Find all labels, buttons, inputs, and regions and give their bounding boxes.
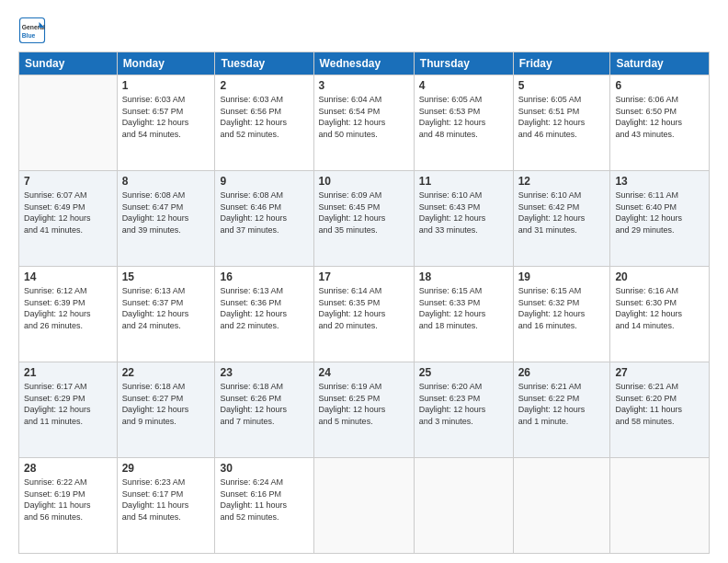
col-friday: Friday — [513, 52, 610, 75]
day-info: Sunrise: 6:12 AM Sunset: 6:39 PM Dayligh… — [24, 285, 112, 331]
day-info: Sunrise: 6:09 AM Sunset: 6:45 PM Dayligh… — [319, 190, 409, 236]
calendar-cell: 20Sunrise: 6:16 AM Sunset: 6:30 PM Dayli… — [610, 267, 710, 362]
calendar-cell: 1Sunrise: 6:03 AM Sunset: 6:57 PM Daylig… — [117, 75, 215, 171]
calendar: Sunday Monday Tuesday Wednesday Thursday… — [18, 52, 710, 554]
day-info: Sunrise: 6:19 AM Sunset: 6:25 PM Dayligh… — [319, 381, 409, 427]
col-monday: Monday — [117, 52, 215, 75]
day-info: Sunrise: 6:14 AM Sunset: 6:35 PM Dayligh… — [319, 285, 409, 331]
calendar-cell: 29Sunrise: 6:23 AM Sunset: 6:17 PM Dayli… — [117, 458, 215, 554]
day-info: Sunrise: 6:24 AM Sunset: 6:16 PM Dayligh… — [220, 477, 308, 523]
day-number: 28 — [24, 462, 112, 475]
day-number: 12 — [518, 175, 606, 188]
day-number: 6 — [615, 79, 704, 92]
day-number: 20 — [615, 270, 704, 283]
day-number: 2 — [220, 79, 308, 92]
day-info: Sunrise: 6:18 AM Sunset: 6:27 PM Dayligh… — [122, 381, 210, 427]
day-info: Sunrise: 6:11 AM Sunset: 6:40 PM Dayligh… — [615, 190, 704, 236]
col-wednesday: Wednesday — [313, 52, 414, 75]
calendar-cell: 3Sunrise: 6:04 AM Sunset: 6:54 PM Daylig… — [313, 75, 414, 171]
col-thursday: Thursday — [414, 52, 513, 75]
calendar-cell: 19Sunrise: 6:15 AM Sunset: 6:32 PM Dayli… — [513, 267, 610, 362]
day-number: 11 — [419, 175, 508, 188]
page: General Blue Sunday Monday Tuesday Wedne… — [0, 0, 728, 563]
day-info: Sunrise: 6:05 AM Sunset: 6:53 PM Dayligh… — [419, 94, 508, 140]
day-number: 30 — [220, 462, 308, 475]
day-number: 25 — [419, 366, 508, 379]
calendar-week-row: 14Sunrise: 6:12 AM Sunset: 6:39 PM Dayli… — [19, 267, 710, 362]
day-info: Sunrise: 6:03 AM Sunset: 6:57 PM Dayligh… — [122, 94, 210, 140]
header: General Blue — [18, 17, 710, 44]
calendar-cell: 21Sunrise: 6:17 AM Sunset: 6:29 PM Dayli… — [19, 362, 118, 458]
calendar-cell: 9Sunrise: 6:08 AM Sunset: 6:46 PM Daylig… — [215, 171, 313, 267]
day-number: 8 — [122, 175, 210, 188]
calendar-cell: 2Sunrise: 6:03 AM Sunset: 6:56 PM Daylig… — [215, 75, 313, 171]
svg-text:Blue: Blue — [22, 32, 36, 39]
calendar-cell: 12Sunrise: 6:10 AM Sunset: 6:42 PM Dayli… — [513, 171, 610, 267]
day-info: Sunrise: 6:07 AM Sunset: 6:49 PM Dayligh… — [24, 190, 112, 236]
day-number: 24 — [319, 366, 409, 379]
calendar-cell — [313, 458, 414, 554]
calendar-cell: 7Sunrise: 6:07 AM Sunset: 6:49 PM Daylig… — [19, 171, 118, 267]
day-info: Sunrise: 6:04 AM Sunset: 6:54 PM Dayligh… — [319, 94, 409, 140]
day-info: Sunrise: 6:17 AM Sunset: 6:29 PM Dayligh… — [24, 381, 112, 427]
day-number: 26 — [518, 366, 606, 379]
calendar-cell: 25Sunrise: 6:20 AM Sunset: 6:23 PM Dayli… — [414, 362, 513, 458]
day-info: Sunrise: 6:10 AM Sunset: 6:43 PM Dayligh… — [419, 190, 508, 236]
day-number: 1 — [122, 79, 210, 92]
col-saturday: Saturday — [610, 52, 710, 75]
calendar-cell: 11Sunrise: 6:10 AM Sunset: 6:43 PM Dayli… — [414, 171, 513, 267]
day-number: 22 — [122, 366, 210, 379]
day-number: 17 — [319, 270, 409, 283]
day-info: Sunrise: 6:08 AM Sunset: 6:46 PM Dayligh… — [220, 190, 308, 236]
logo: General Blue — [18, 17, 50, 44]
day-info: Sunrise: 6:18 AM Sunset: 6:26 PM Dayligh… — [220, 381, 308, 427]
svg-rect-0 — [20, 18, 45, 43]
day-info: Sunrise: 6:15 AM Sunset: 6:32 PM Dayligh… — [518, 285, 606, 331]
col-sunday: Sunday — [19, 52, 118, 75]
calendar-week-row: 7Sunrise: 6:07 AM Sunset: 6:49 PM Daylig… — [19, 171, 710, 267]
calendar-cell: 26Sunrise: 6:21 AM Sunset: 6:22 PM Dayli… — [513, 362, 610, 458]
day-number: 15 — [122, 270, 210, 283]
calendar-cell: 27Sunrise: 6:21 AM Sunset: 6:20 PM Dayli… — [610, 362, 710, 458]
day-info: Sunrise: 6:22 AM Sunset: 6:19 PM Dayligh… — [24, 477, 112, 523]
day-info: Sunrise: 6:08 AM Sunset: 6:47 PM Dayligh… — [122, 190, 210, 236]
calendar-week-row: 28Sunrise: 6:22 AM Sunset: 6:19 PM Dayli… — [19, 458, 710, 554]
day-number: 3 — [319, 79, 409, 92]
day-number: 18 — [419, 270, 508, 283]
day-info: Sunrise: 6:20 AM Sunset: 6:23 PM Dayligh… — [419, 381, 508, 427]
day-info: Sunrise: 6:16 AM Sunset: 6:30 PM Dayligh… — [615, 285, 704, 331]
day-info: Sunrise: 6:21 AM Sunset: 6:20 PM Dayligh… — [615, 381, 704, 427]
day-info: Sunrise: 6:23 AM Sunset: 6:17 PM Dayligh… — [122, 477, 210, 523]
calendar-header-row: Sunday Monday Tuesday Wednesday Thursday… — [19, 52, 710, 75]
day-info: Sunrise: 6:03 AM Sunset: 6:56 PM Dayligh… — [220, 94, 308, 140]
col-tuesday: Tuesday — [215, 52, 313, 75]
calendar-cell: 30Sunrise: 6:24 AM Sunset: 6:16 PM Dayli… — [215, 458, 313, 554]
calendar-cell: 16Sunrise: 6:13 AM Sunset: 6:36 PM Dayli… — [215, 267, 313, 362]
day-info: Sunrise: 6:21 AM Sunset: 6:22 PM Dayligh… — [518, 381, 606, 427]
day-info: Sunrise: 6:06 AM Sunset: 6:50 PM Dayligh… — [615, 94, 704, 140]
day-number: 10 — [319, 175, 409, 188]
day-info: Sunrise: 6:15 AM Sunset: 6:33 PM Dayligh… — [419, 285, 508, 331]
calendar-cell: 22Sunrise: 6:18 AM Sunset: 6:27 PM Dayli… — [117, 362, 215, 458]
calendar-cell: 17Sunrise: 6:14 AM Sunset: 6:35 PM Dayli… — [313, 267, 414, 362]
day-number: 7 — [24, 175, 112, 188]
day-number: 16 — [220, 270, 308, 283]
calendar-week-row: 21Sunrise: 6:17 AM Sunset: 6:29 PM Dayli… — [19, 362, 710, 458]
day-number: 19 — [518, 270, 606, 283]
day-info: Sunrise: 6:13 AM Sunset: 6:36 PM Dayligh… — [220, 285, 308, 331]
calendar-cell: 28Sunrise: 6:22 AM Sunset: 6:19 PM Dayli… — [19, 458, 118, 554]
day-number: 14 — [24, 270, 112, 283]
calendar-cell: 23Sunrise: 6:18 AM Sunset: 6:26 PM Dayli… — [215, 362, 313, 458]
calendar-cell: 6Sunrise: 6:06 AM Sunset: 6:50 PM Daylig… — [610, 75, 710, 171]
day-number: 27 — [615, 366, 704, 379]
day-number: 21 — [24, 366, 112, 379]
calendar-body: 1Sunrise: 6:03 AM Sunset: 6:57 PM Daylig… — [19, 75, 710, 554]
day-info: Sunrise: 6:05 AM Sunset: 6:51 PM Dayligh… — [518, 94, 606, 140]
calendar-week-row: 1Sunrise: 6:03 AM Sunset: 6:57 PM Daylig… — [19, 75, 710, 171]
calendar-cell: 24Sunrise: 6:19 AM Sunset: 6:25 PM Dayli… — [313, 362, 414, 458]
day-number: 29 — [122, 462, 210, 475]
calendar-cell: 15Sunrise: 6:13 AM Sunset: 6:37 PM Dayli… — [117, 267, 215, 362]
calendar-cell: 10Sunrise: 6:09 AM Sunset: 6:45 PM Dayli… — [313, 171, 414, 267]
calendar-cell: 5Sunrise: 6:05 AM Sunset: 6:51 PM Daylig… — [513, 75, 610, 171]
calendar-cell: 8Sunrise: 6:08 AM Sunset: 6:47 PM Daylig… — [117, 171, 215, 267]
